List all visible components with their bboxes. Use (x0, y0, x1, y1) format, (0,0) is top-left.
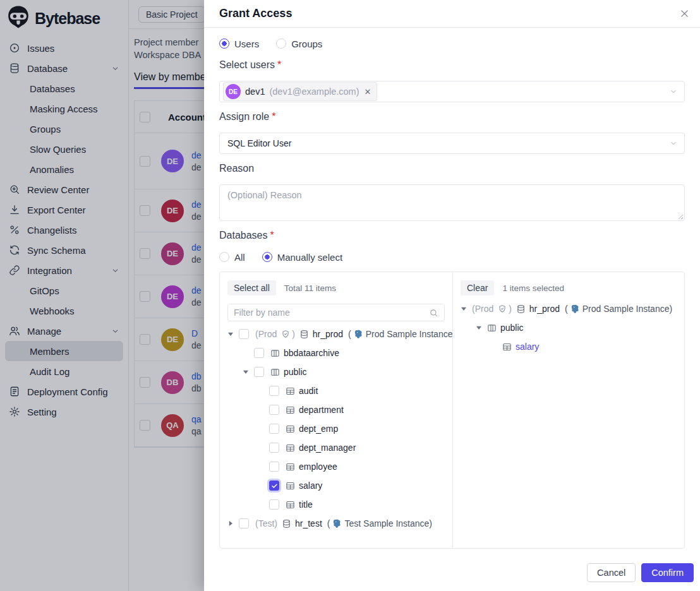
member-type-radio-group: UsersGroups (219, 37, 685, 51)
cancel-button[interactable]: Cancel (587, 563, 636, 582)
tree-node-public[interactable]: public (227, 362, 445, 381)
assign-role-select[interactable]: SQL Editor User (219, 133, 685, 154)
db-node-icon (299, 330, 309, 339)
modal-body: UsersGroups Select users* DE dev1 (dev1@… (204, 28, 700, 554)
select-all-button[interactable]: Select all (227, 280, 276, 296)
close-icon[interactable] (679, 8, 690, 19)
schema-icon (270, 367, 280, 377)
shield-icon (281, 330, 290, 338)
db-node-icon (516, 304, 526, 314)
chevron-down-icon (669, 139, 678, 148)
tree-checkbox[interactable] (239, 518, 249, 528)
remove-user-icon[interactable]: ✕ (365, 87, 371, 97)
tree-node-audit[interactable]: audit (227, 381, 445, 400)
reason-textarea[interactable]: (Optional) Reason (219, 184, 685, 221)
instance-label: (Prod Sample Instance) (348, 329, 453, 339)
radio-label: Manually select (277, 252, 342, 263)
node-name: bbdataarchive (284, 348, 339, 358)
select-users-label: Select users* (219, 59, 685, 71)
modal-header: Grant Access (204, 0, 700, 28)
radio-unselected-icon (219, 252, 229, 262)
environment-label: (Test) (255, 518, 277, 528)
tree-node-employee[interactable]: employee (227, 457, 445, 476)
caret-down-icon[interactable] (227, 331, 239, 337)
node-name: salary (299, 481, 322, 491)
search-icon (429, 308, 438, 318)
node-name: hr_test (295, 518, 322, 528)
tree-node-hr_prod[interactable]: (Prod )hr_prod(Prod Sample Instance) (461, 299, 677, 318)
filter-input[interactable]: Filter by name (227, 304, 445, 321)
database-picker-selected-panel: Clear 1 items selected (Prod )hr_prod(Pr… (453, 272, 684, 548)
tree-node-public[interactable]: public (461, 318, 677, 337)
environment-label: (Prod ) (255, 329, 295, 339)
tree-checkbox[interactable] (269, 499, 279, 510)
caret-down-icon[interactable] (476, 325, 487, 331)
postgres-icon (354, 330, 363, 339)
database-mode-radio-all[interactable]: All (219, 252, 245, 263)
table-icon (502, 342, 512, 352)
database-mode-radio-group: AllManually select (219, 250, 685, 264)
tree-node-hr_test[interactable]: (Test)hr_test(Test Sample Instance) (227, 514, 445, 533)
table-icon (286, 443, 295, 453)
caret-down-icon[interactable] (243, 369, 254, 375)
instance-label: (Test Sample Instance) (327, 518, 432, 528)
member-type-radio-groups[interactable]: Groups (276, 39, 322, 49)
tree-checkbox[interactable] (269, 462, 279, 472)
user-chip-avatar: DE (226, 84, 241, 99)
postgres-icon (570, 304, 580, 314)
tree-node-bbdataarchive[interactable]: bbdataarchive (227, 343, 445, 362)
db-node-icon (282, 519, 291, 528)
node-name: salary (516, 342, 539, 352)
required-asterisk: * (277, 59, 281, 70)
databases-label: Databases* (219, 230, 685, 241)
caret-down-icon[interactable] (461, 306, 472, 312)
environment-label: (Prod ) (472, 304, 512, 314)
user-chip-email: (dev1@example.com) (269, 87, 359, 97)
resize-grip-icon[interactable] (677, 213, 683, 219)
node-name: employee (299, 462, 337, 472)
reason-placeholder: (Optional) Reason (227, 190, 302, 200)
tree-checkbox[interactable] (239, 329, 249, 339)
schema-icon (487, 323, 497, 333)
required-asterisk: * (270, 230, 274, 241)
table-icon (286, 386, 295, 396)
tree-checkbox[interactable] (254, 367, 264, 377)
table-icon (286, 405, 295, 415)
node-name: title (299, 499, 313, 510)
user-chip: DE dev1 (dev1@example.com) ✕ (223, 82, 377, 101)
tree-node-title[interactable]: title (227, 495, 445, 514)
schema-icon (270, 349, 280, 358)
tree-node-dept_manager[interactable]: dept_manager (227, 438, 445, 457)
select-users-input[interactable]: DE dev1 (dev1@example.com) ✕ (219, 81, 685, 102)
tree-checkbox[interactable] (269, 405, 279, 415)
tree-checkbox[interactable] (269, 481, 279, 491)
radio-selected-icon (219, 39, 229, 49)
required-asterisk: * (272, 111, 275, 122)
tree-checkbox[interactable] (269, 424, 279, 434)
tree-node-department[interactable]: department (227, 400, 445, 419)
radio-label: Groups (291, 39, 322, 49)
instance-label: (Prod Sample Instance) (565, 304, 672, 314)
database-picker: Select all Total 11 items Filter by name… (219, 272, 685, 549)
total-items-label: Total 11 items (284, 284, 336, 293)
node-name: department (299, 405, 344, 415)
tree-checkbox[interactable] (254, 348, 264, 358)
tree-node-salary[interactable]: salary (227, 476, 445, 495)
user-chip-name: dev1 (245, 87, 265, 97)
node-name: public (500, 323, 524, 333)
tree-node-dept_emp[interactable]: dept_emp (227, 419, 445, 438)
shield-icon (498, 304, 507, 313)
tree-checkbox[interactable] (269, 443, 279, 453)
member-type-radio-users[interactable]: Users (219, 39, 259, 49)
clear-button[interactable]: Clear (461, 280, 494, 296)
table-icon (286, 424, 295, 434)
tree-checkbox[interactable] (269, 386, 279, 396)
confirm-button[interactable]: Confirm (641, 563, 694, 582)
table-icon (286, 481, 295, 491)
database-mode-radio-manually-select[interactable]: Manually select (262, 252, 342, 263)
caret-right-icon[interactable] (227, 520, 239, 527)
tree-node-salary[interactable]: salary (461, 337, 677, 356)
tree-node-hr_prod[interactable]: (Prod )hr_prod(Prod Sample Instance) (227, 325, 445, 343)
node-name: dept_emp (299, 424, 338, 434)
node-name: audit (299, 386, 318, 396)
